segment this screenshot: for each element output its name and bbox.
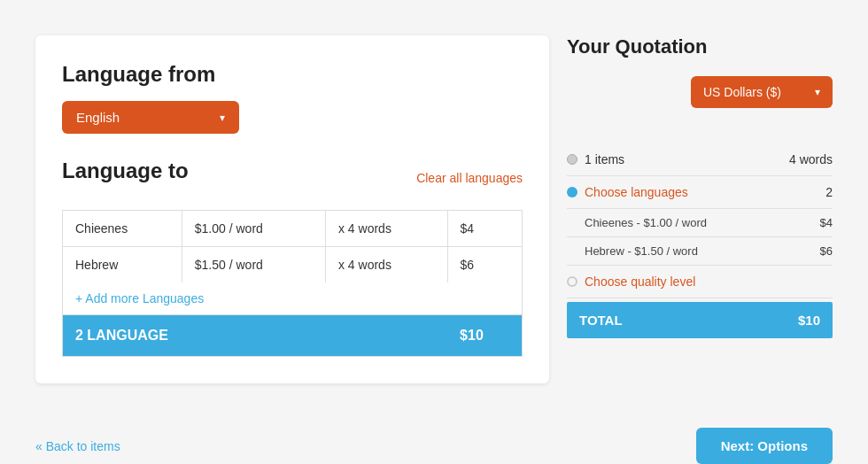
chevron-down-icon: ▾ [220, 112, 225, 124]
add-more-languages-link[interactable]: + Add more Languages [75, 291, 204, 305]
chevron-down-icon: ▾ [815, 86, 820, 98]
lang-name: Chieenes [63, 211, 182, 247]
lang-price: $1.50 / word [182, 247, 325, 283]
dot-items [567, 154, 577, 165]
lang-total: $4 [447, 211, 522, 247]
language-from-title: Language from [62, 62, 523, 87]
sub-item-value: $4 [820, 216, 833, 229]
items-value: 4 words [789, 152, 833, 166]
language-row: Chieenes $1.00 / word x 4 words $4 [63, 211, 523, 247]
back-to-items-link[interactable]: « Back to items [35, 439, 120, 453]
lang-words: x 4 words [325, 247, 447, 283]
choose-quality-row: Choose quality level [567, 266, 833, 298]
items-row: 1 items 4 words [567, 143, 833, 176]
quotation-section: 1 items 4 words Choose languages 2 Chiee… [567, 143, 833, 338]
lang-total: $6 [447, 247, 522, 283]
total-language-value: $10 [447, 315, 522, 357]
next-options-button[interactable]: Next: Options [696, 428, 833, 464]
language-to-header: Language to Clear all languages [62, 159, 523, 197]
language-row: Hebrew $1.50 / word x 4 words $6 [63, 247, 523, 283]
sub-item-label: Hebrew - $1.50 / word [585, 244, 698, 258]
lang-name: Hebrew [63, 247, 182, 283]
quotation-sub-row: Chieenes - $1.00 / word $4 [567, 209, 833, 237]
sub-item-value: $6 [820, 244, 833, 258]
dot-quality [567, 276, 577, 287]
total-language-label: 2 LANGUAGE [63, 315, 448, 357]
quotation-total-row: TOTAL $10 [567, 302, 833, 338]
choose-languages-label-container: Choose languages [567, 185, 688, 199]
choose-languages-label: Choose languages [585, 185, 688, 199]
clear-languages-link[interactable]: Clear all languages [416, 171, 523, 185]
choose-quality-label: Choose quality level [585, 275, 695, 289]
quotation-title: Your Quotation [567, 35, 833, 58]
left-panel: Language from English ▾ Language to Clea… [35, 35, 549, 383]
currency-dropdown[interactable]: US Dollars ($) ▾ [691, 76, 833, 108]
total-row: 2 LANGUAGE $10 [63, 315, 523, 357]
choose-quality-label-container: Choose quality level [567, 275, 695, 289]
language-to-title: Language to [62, 159, 189, 183]
lang-price: $1.00 / word [182, 211, 325, 247]
languages-table: Chieenes $1.00 / word x 4 words $4 Hebre… [62, 210, 523, 357]
language-from-dropdown[interactable]: English ▾ [62, 101, 239, 134]
quotation-total-value: $10 [798, 313, 820, 328]
bottom-bar: « Back to items Next: Options [35, 428, 833, 464]
add-more-row: + Add more Languages [63, 282, 523, 315]
items-label: 1 items [585, 152, 624, 166]
currency-label: US Dollars ($) [703, 85, 781, 99]
quotation-sub-row: Hebrew - $1.50 / word $6 [567, 237, 833, 266]
lang-words: x 4 words [325, 211, 447, 247]
choose-languages-row: Choose languages 2 [567, 176, 833, 209]
items-label-container: 1 items [567, 152, 624, 166]
language-from-value: English [76, 110, 120, 125]
right-panel: Your Quotation US Dollars ($) ▾ 1 items … [567, 35, 833, 338]
dot-languages [567, 187, 577, 197]
page-container: Language from English ▾ Language to Clea… [18, 18, 850, 464]
sub-item-label: Chieenes - $1.00 / word [585, 216, 707, 229]
quotation-total-label: TOTAL [579, 313, 623, 328]
choose-languages-value: 2 [825, 185, 833, 199]
